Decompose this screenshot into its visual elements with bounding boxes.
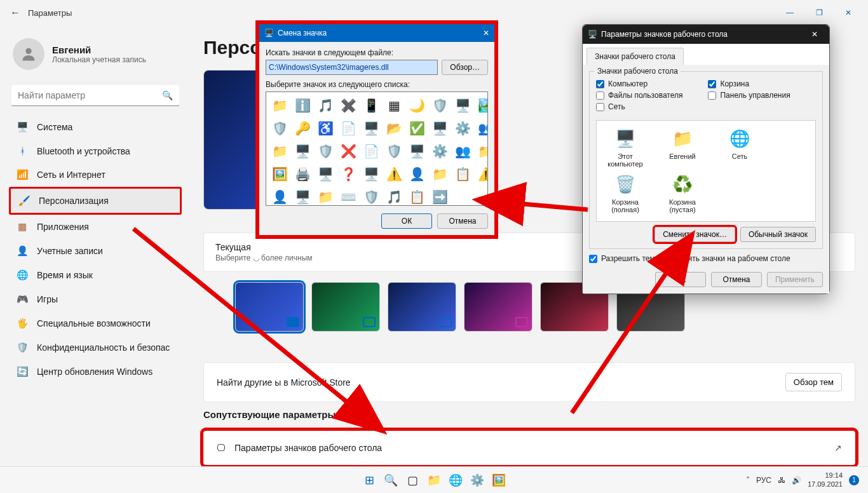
theme-thumb-4[interactable] [464, 282, 532, 332]
icon-option[interactable]: 📋 [453, 165, 472, 184]
icon-option[interactable]: 📁 [316, 187, 335, 206]
change-ok-button[interactable]: ОК [381, 213, 432, 229]
taskbar-search[interactable]: 🔍 [382, 471, 400, 489]
icon-option[interactable]: 🛡️ [270, 119, 289, 138]
nav-item-0[interactable]: 🖥️Система [9, 115, 182, 139]
dialog-close-button[interactable]: ✕ [805, 30, 824, 39]
icon-option[interactable]: ♿ [316, 119, 335, 138]
icon-option[interactable]: ⚠️ [384, 165, 403, 184]
nav-item-5[interactable]: 👤Учетные записи [9, 239, 182, 263]
desktop-icons-card[interactable]: 🖵 Параметры значков рабочего стола ↗ [203, 431, 855, 465]
maximize-button[interactable]: ❐ [804, 3, 834, 23]
change-cancel-button[interactable]: Отмена [437, 213, 488, 229]
nav-item-1[interactable]: ᚼBluetooth и устройства [9, 139, 182, 163]
task-view[interactable]: ▢ [403, 471, 421, 489]
close-button[interactable]: ✕ [834, 3, 863, 23]
icon-option[interactable]: 📁 [430, 165, 449, 184]
theme-thumb-3[interactable] [388, 282, 456, 332]
icon-option[interactable]: ▦ [384, 96, 403, 115]
back-button[interactable]: ← [5, 7, 25, 18]
icon-option[interactable]: ❌ [339, 142, 358, 161]
icon-option[interactable]: 🖥️ [293, 142, 312, 161]
tab-desktop-icons[interactable]: Значки рабочего стола [587, 48, 684, 65]
search-input[interactable] [11, 85, 179, 106]
volume-icon[interactable]: 🔊 [792, 476, 801, 485]
icon-option[interactable]: 🎵 [384, 187, 403, 206]
icon-option[interactable]: 🖥️ [430, 119, 449, 138]
settings-app[interactable]: ⚙️ [468, 471, 486, 489]
icon-option[interactable]: ✖️ [339, 96, 358, 115]
network-icon[interactable]: 🖧 [778, 476, 785, 485]
icon-option[interactable]: 🖥️ [316, 165, 335, 184]
icon-option[interactable]: 📂 [384, 119, 403, 138]
icon-option[interactable]: 🛡️ [384, 142, 403, 161]
icon-option[interactable]: ➡️ [430, 187, 449, 206]
icon-option[interactable]: 👤 [407, 165, 426, 184]
icon-option[interactable]: ❓ [339, 165, 358, 184]
minimize-button[interactable]: — [775, 3, 804, 23]
desktop-icon-item[interactable]: 📁Евгений [660, 127, 705, 169]
desktop-icon-item[interactable]: ♻️Корзина (пустая) [660, 173, 705, 215]
cb-recycle[interactable]: Корзина [708, 79, 790, 88]
icon-option[interactable]: 🔑 [293, 119, 312, 138]
nav-item-2[interactable]: 📶Сеть и Интернет [9, 163, 182, 187]
clock[interactable]: 19:14 17.09.2021 [808, 471, 843, 488]
icon-option[interactable]: 🖥️ [453, 96, 472, 115]
nav-item-10[interactable]: 🔄Центр обновления Windows [9, 360, 182, 384]
icon-option[interactable]: ℹ️ [293, 96, 312, 115]
apply-button[interactable]: Применить [767, 272, 823, 287]
default-icon-button[interactable]: Обычный значок [740, 227, 816, 242]
icon-option[interactable]: 👥 [476, 119, 488, 138]
icon-option[interactable]: 🖥️ [362, 165, 381, 184]
nav-item-9[interactable]: 🛡️Конфиденциальность и безопас [9, 335, 182, 360]
browse-button[interactable]: Обзор… [442, 60, 488, 75]
icon-option[interactable]: 🛡️ [316, 142, 335, 161]
icon-option[interactable]: 📁 [270, 142, 289, 161]
desktop-icon-item[interactable]: 🗑️Корзина (полная) [603, 173, 648, 215]
path-input[interactable] [266, 60, 438, 75]
icon-option[interactable]: 🖼️ [270, 165, 289, 184]
cb-allow-themes[interactable]: Разрешить темам изменять значки на рабоч… [589, 254, 823, 263]
nav-item-6[interactable]: 🌐Время и язык [9, 263, 182, 287]
icon-option[interactable]: 👥 [453, 142, 472, 161]
icon-option[interactable]: 🖥️ [407, 142, 426, 161]
icon-option[interactable]: 📁 [476, 142, 488, 161]
icon-option[interactable]: 🖥️ [362, 119, 381, 138]
tray-chevron-icon[interactable]: ˄ [746, 476, 750, 485]
cb-control[interactable]: Панель управления [708, 91, 790, 100]
language-indicator[interactable]: РУС [756, 476, 771, 485]
app-icon[interactable]: 🖼️ [490, 471, 508, 489]
start-button[interactable]: ⊞ [360, 471, 378, 489]
icon-option[interactable]: 🏞️ [476, 96, 488, 115]
icon-option[interactable]: 🛡️ [362, 187, 381, 206]
icon-option[interactable]: 📱 [362, 96, 381, 115]
edge-browser[interactable]: 🌐 [447, 471, 465, 489]
nav-item-8[interactable]: 🖐️Специальные возможности [9, 311, 182, 335]
notification-badge[interactable]: 1 [849, 475, 859, 485]
desktop-icon-item[interactable]: 🌐Сеть [717, 127, 762, 169]
icon-option[interactable]: 👤 [270, 187, 289, 206]
icon-option[interactable]: 🎵 [316, 96, 335, 115]
icon-option[interactable]: ⚙️ [453, 119, 472, 138]
icon-option[interactable]: 🖨️ [293, 165, 312, 184]
desktop-icon-item[interactable]: 🖥️Этот компьютер [603, 127, 648, 169]
change-icon-button[interactable]: Сменить значок… [654, 227, 735, 242]
ok-button[interactable]: ОК [655, 272, 706, 287]
icon-option[interactable]: ⌨️ [339, 187, 358, 206]
icon-option[interactable]: 📁 [270, 96, 289, 115]
cb-userfiles[interactable]: Файлы пользователя [596, 91, 682, 100]
icon-option[interactable]: ✅ [407, 119, 426, 138]
icon-picker[interactable]: 📁ℹ️🎵✖️📱▦🌙🛡️🖥️🏞️🛡️🔑♿📄🖥️📂✅🖥️⚙️👥📁🖥️🛡️❌📄🛡️🖥️… [266, 91, 488, 206]
theme-thumb-1[interactable] [235, 282, 304, 332]
file-explorer[interactable]: 📁 [425, 471, 443, 489]
icon-option[interactable]: 📄 [339, 119, 358, 138]
icon-option[interactable]: 📄 [362, 142, 381, 161]
icon-option[interactable]: 📋 [407, 187, 426, 206]
change-dialog-close[interactable]: ✕ [483, 29, 489, 37]
nav-item-4[interactable]: ▦Приложения [9, 215, 182, 239]
icon-option[interactable]: 🖥️ [293, 187, 312, 206]
browse-themes-button[interactable]: Обзор тем [785, 373, 842, 391]
cb-computer[interactable]: Компьютер [596, 79, 682, 88]
nav-item-7[interactable]: 🎮Игры [9, 287, 182, 311]
nav-item-3[interactable]: 🖌️Персонализация [9, 187, 182, 215]
